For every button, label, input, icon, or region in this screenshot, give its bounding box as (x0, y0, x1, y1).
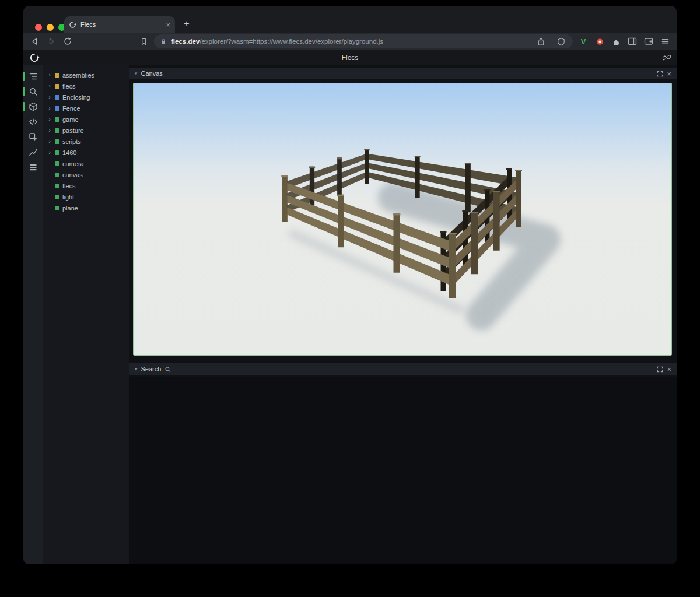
expand-arrow-icon[interactable]: › (47, 138, 52, 145)
share-link-icon[interactable] (663, 54, 671, 62)
tree-item-scripts[interactable]: ›scripts (43, 136, 129, 147)
expand-arrow-icon[interactable]: › (47, 83, 52, 89)
tree-item-fence[interactable]: ›Fence (43, 103, 129, 114)
browser-tab[interactable]: Flecs × (64, 16, 175, 33)
expand-arrow-icon[interactable]: › (47, 105, 52, 111)
lock-icon (160, 38, 167, 45)
extension-red-icon[interactable] (594, 36, 606, 47)
tree-icon (29, 72, 38, 81)
tree-item-pasture[interactable]: ›pasture (43, 125, 129, 136)
address-bar[interactable]: flecs.dev/explorer/?wasm=https://www.fle… (154, 34, 573, 48)
app-title: Flecs (23, 54, 677, 62)
sidebar-item-canvas[interactable] (23, 99, 43, 114)
tree-item-label: flecs (62, 182, 76, 189)
tree-item-label: light (62, 194, 74, 201)
close-panel-icon[interactable]: × (667, 70, 671, 78)
tree-item-camera[interactable]: camera (43, 158, 129, 169)
tree-item-label: pasture (62, 127, 84, 134)
flecs-favicon (69, 21, 76, 29)
main-panels: ▾ Canvas × ▾ Search (130, 65, 677, 564)
address-bar-divider (551, 37, 551, 45)
search-panel-title: Search (141, 366, 162, 373)
search-icon (29, 87, 38, 96)
expand-panel-icon[interactable] (657, 366, 663, 373)
expand-arrow-icon[interactable]: › (47, 94, 52, 100)
forward-button[interactable] (46, 36, 57, 47)
sidebar-item-code[interactable] (23, 114, 43, 129)
entity-icon (55, 150, 60, 155)
tab-strip: Flecs × + (23, 6, 677, 33)
extensions-puzzle-icon[interactable] (610, 36, 622, 47)
search-panel-body[interactable] (130, 377, 677, 564)
tree-item-game[interactable]: ›game (43, 114, 129, 125)
code-icon (29, 117, 38, 127)
new-tab-button[interactable]: + (180, 17, 194, 31)
tree-item-1460[interactable]: ›1460 (43, 147, 129, 158)
tree-item-enclosing[interactable]: ›Enclosing (43, 92, 129, 103)
sidebar-toggle-icon[interactable] (626, 36, 638, 47)
share-icon[interactable] (535, 36, 547, 47)
collapse-chevron-icon[interactable]: ▾ (135, 71, 138, 76)
back-button[interactable] (29, 36, 41, 47)
entity-icon (55, 173, 60, 177)
window-minimize-button[interactable] (47, 24, 54, 31)
entity-icon (55, 128, 60, 133)
window-close-button[interactable] (35, 24, 42, 31)
tree-item-assemblies[interactable]: ›assemblies (43, 69, 129, 80)
icon-sidebar (23, 65, 43, 564)
entity-icon (55, 95, 60, 100)
tree-item-label: assemblies (62, 72, 94, 79)
tree-item-label: flecs (62, 83, 76, 90)
expand-arrow-icon[interactable]: › (47, 72, 52, 78)
tree-item-label: camera (62, 160, 84, 167)
sidebar-item-inspect[interactable] (23, 129, 43, 145)
flecs-explorer-app: Flecs (23, 50, 677, 564)
extension-v-icon[interactable]: V (578, 36, 589, 47)
tree-item-label: canvas (62, 171, 83, 178)
tree-item-label: Fence (62, 105, 80, 112)
menu-icon[interactable] (659, 36, 671, 47)
bookmark-icon[interactable] (138, 36, 149, 47)
sidebar-item-stats[interactable] (23, 145, 43, 160)
entity-icon (55, 73, 60, 78)
browser-toolbar: flecs.dev/explorer/?wasm=https://www.fle… (23, 33, 677, 50)
entity-icon (55, 195, 60, 199)
app-header: Flecs (23, 50, 677, 65)
canvas-panel-header: ▾ Canvas × (130, 68, 677, 79)
entity-icon (55, 206, 60, 210)
expand-arrow-icon[interactable]: › (47, 149, 52, 156)
search-panel-header: ▾ Search × (130, 363, 677, 375)
shield-icon[interactable] (555, 36, 567, 47)
entity-icon (55, 117, 60, 122)
tab-close-icon[interactable]: × (166, 21, 170, 29)
reload-button[interactable] (62, 36, 74, 47)
expand-arrow-icon[interactable]: › (47, 116, 52, 122)
tree-item-plane[interactable]: plane (43, 202, 129, 213)
tree-item-flecs[interactable]: ›flecs (43, 80, 129, 92)
url-text: flecs.dev/explorer/?wasm=https://www.fle… (171, 38, 531, 45)
sidebar-item-entity-tree[interactable] (23, 69, 43, 84)
collapse-chevron-icon[interactable]: ▾ (135, 367, 138, 372)
expand-arrow-icon[interactable]: › (47, 127, 52, 134)
sidebar-item-memory[interactable] (23, 160, 43, 175)
inspect-icon (29, 132, 38, 142)
expand-panel-icon[interactable] (657, 71, 663, 77)
sidebar-item-search[interactable] (23, 84, 43, 99)
canvas-viewport[interactable] (133, 83, 672, 356)
cube-icon (29, 102, 38, 111)
entity-icon (55, 139, 60, 144)
url-host: flecs.dev (171, 38, 200, 45)
flecs-logo[interactable] (29, 52, 40, 63)
close-panel-icon[interactable]: × (667, 366, 671, 373)
tree-item-label: Enclosing (62, 94, 90, 101)
tree-item-flecs-entity[interactable]: flecs (43, 180, 129, 191)
tree-item-canvas[interactable]: canvas (43, 169, 129, 180)
tree-item-label: 1460 (62, 149, 76, 156)
url-path: /explorer/?wasm=https://www.flecs.dev/ex… (200, 38, 383, 45)
tree-item-light[interactable]: light (43, 191, 129, 202)
entity-icon (55, 161, 60, 166)
entity-icon (55, 106, 60, 111)
canvas-panel-title: Canvas (141, 70, 163, 77)
wallet-icon[interactable] (643, 36, 654, 47)
entity-icon (55, 84, 60, 89)
